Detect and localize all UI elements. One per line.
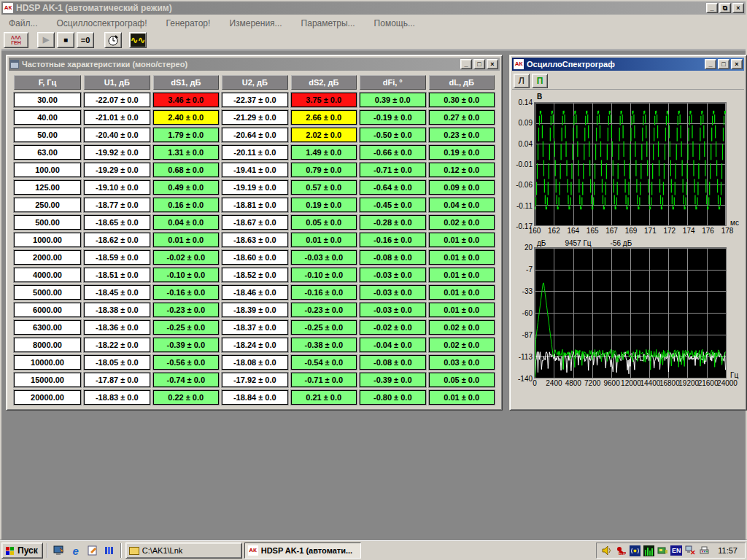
start-button[interactable]: Пуск [1,542,43,559]
table-cell: 0.04 ± 0.0 [153,215,220,230]
divider [47,543,48,558]
app-title: HDSP AK-1 (автоматический режим) [16,3,172,13]
table-cell: 125.00 [14,180,81,195]
language-indicator[interactable]: EN [670,545,682,556]
menu-item-3[interactable]: Измерения... [226,17,290,30]
table-cell: 0.01 ± 0.0 [429,250,495,265]
table-cell: 0.27 ± 0.0 [429,110,495,125]
bsp-device-icon[interactable]: BSP [615,545,627,556]
x-tick-label: 167 [605,227,618,235]
table-cell: -19.19 ± 0.0 [222,180,288,195]
table-cell: 0.02 ± 0.0 [429,320,495,335]
minimize-button[interactable]: _ [706,3,718,13]
table-cell: 0.19 ± 0.0 [291,198,357,212]
x-tick-label: 174 [683,227,695,235]
column-header: U2, дБ [222,75,288,90]
menu-item-4[interactable]: Параметры... [298,17,364,30]
oscillogram-y-unit: В [512,93,744,102]
table-cell: 8000.00 [14,338,81,352]
media-icon[interactable] [102,543,117,558]
column-header: dFi, ° [360,75,426,90]
table-cell: -19.92 ± 0.0 [84,145,150,160]
radio-icon[interactable] [629,545,640,556]
task-button-folder[interactable]: C:\AK1\Lnk [125,542,242,559]
maximize-button[interactable]: □ [473,59,485,69]
play-icon: ▶ [43,35,49,44]
table-cell: -0.03 ± 0.0 [360,285,426,300]
menu-item-2[interactable]: Генератор! [163,17,220,30]
menu-item-0[interactable]: Файл... [6,17,47,30]
table-cell: 0.39 ± 0.0 [360,93,426,107]
app-icon[interactable]: АК [3,3,13,13]
x-tick-label: 169 [625,227,638,235]
left-channel-button[interactable]: Л [514,74,530,88]
generator-icon: ΛΛΛ [11,35,21,40]
close-button[interactable]: × [731,59,743,69]
table-cell: -18.38 ± 0.0 [84,303,150,317]
close-button[interactable]: × [487,59,498,69]
table-cell: 0.16 ± 0.0 [153,198,220,212]
table-cell: -18.08 ± 0.0 [222,355,288,370]
table-cell: -0.08 ± 0.0 [360,355,426,370]
menu-item-5[interactable]: Помощь... [371,17,424,30]
volume-icon[interactable] [601,545,613,556]
table-cell: 40.00 [14,110,81,125]
table-cell: -0.64 ± 0.0 [360,180,426,195]
scope-icon: АК [514,59,524,69]
internet-explorer-icon[interactable]: e [69,543,83,558]
table-cell: 0.19 ± 0.0 [429,145,495,160]
table-cell: -18.05 ± 0.0 [84,355,150,370]
table-cell: 0.79 ± 0.0 [291,163,357,177]
table-cell: -0.50 ± 0.0 [360,128,426,142]
table-cell: 2.40 ± 0.0 [153,110,220,125]
table-cell: 0.02 ± 0.0 [429,338,495,352]
stop-button[interactable]: ■ [57,32,74,48]
show-desktop-icon[interactable] [52,543,66,558]
divider [120,543,122,558]
column-header: F, Гц [14,75,81,90]
printer-icon[interactable] [698,545,710,556]
oscillogram-plot[interactable] [534,102,727,226]
scope-titlebar[interactable]: АК ОсциллоСпектрограф _ □ × [512,58,744,71]
spectrum-header: дБ 9457 Гц -56 дБ [512,236,744,247]
spectrograph-button[interactable]: ∿∿ [129,32,147,48]
equalizer-icon[interactable] [643,545,654,556]
table-cell: -18.77 ± 0.0 [84,198,150,212]
task-button-hdsp[interactable]: АК HDSP AK-1 (автомати... [244,542,361,559]
table-cell: -0.71 ± 0.0 [360,163,426,177]
timer-button[interactable] [104,32,122,48]
close-button[interactable]: × [732,3,744,13]
spectrum-plot[interactable] [534,247,727,378]
table-cell: -18.51 ± 0.0 [84,268,150,282]
x-tick-label: 178 [721,227,734,235]
minimize-button[interactable]: _ [460,59,472,69]
table-cell: 2.66 ± 0.0 [291,110,357,125]
x-tick-label: 172 [663,227,676,235]
minimize-button[interactable]: _ [705,59,716,69]
table-cell: 0.22 ± 0.0 [153,390,220,405]
table-cell: -20.64 ± 0.0 [222,128,288,142]
network-error-icon[interactable]: ✕ [684,545,696,556]
restore-button[interactable]: ⧉ [719,3,731,13]
zero-button[interactable]: =0 [77,32,94,48]
table-cell: -18.36 ± 0.0 [84,320,150,335]
menu-item-1[interactable]: Осциллоспектрограф! [54,17,156,30]
soundcard-icon[interactable] [657,545,668,556]
y-tick-label: -87 [522,331,533,339]
table-cell: -18.52 ± 0.0 [222,268,288,282]
table-cell: 1.79 ± 0.0 [153,128,220,142]
editor-icon[interactable] [85,543,100,558]
generator-button[interactable]: ΛΛΛ ГЕН [4,32,28,48]
maximize-button[interactable]: □ [718,59,729,69]
table-cell: -20.40 ± 0.0 [84,128,150,142]
table-cell: 0.68 ± 0.0 [153,163,220,177]
table-cell: -18.46 ± 0.0 [222,285,288,300]
play-button[interactable]: ▶ [37,32,55,48]
x-tick-label: 21600 [698,379,719,387]
x-tick-label: 19200 [678,379,699,387]
table-cell: 0.01 ± 0.0 [429,303,495,317]
right-channel-button[interactable]: П [532,74,548,88]
freq-table-titlebar[interactable]: Частотные характеристики (моно/стерео) _… [9,58,500,71]
spectrum-y-unit: дБ [537,239,546,247]
table-cell: -18.45 ± 0.0 [84,285,150,300]
